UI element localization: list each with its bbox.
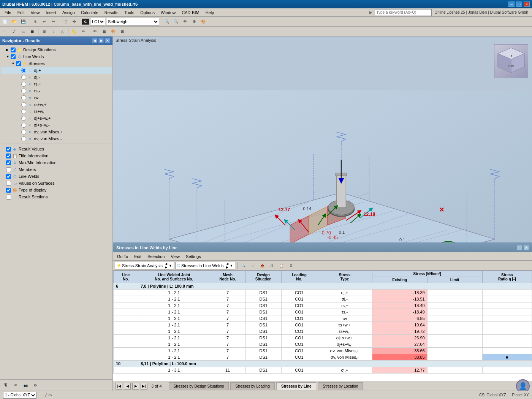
- table-row[interactable]: 1 - 2,1 7 DS1 CO1 σv, von Mises,+ 38.66: [114, 348, 532, 354]
- tree-tau-sw-plus[interactable]: ≈ τs+w,+: [1, 101, 112, 108]
- values-surfaces-checkbox[interactable]: [6, 181, 11, 186]
- results-menu-view[interactable]: View: [168, 253, 182, 260]
- type-display-checkbox[interactable]: [6, 188, 11, 193]
- tree-tau-w[interactable]: ≈ τw: [1, 94, 112, 101]
- line-welds-bottom-checkbox[interactable]: [6, 174, 11, 179]
- render-btn[interactable]: 🎨: [199, 17, 207, 26]
- tau-sw-minus-radio[interactable]: [21, 109, 26, 114]
- design-situations-checkbox[interactable]: [11, 48, 16, 52]
- tree-line-welds[interactable]: ▼ ⬡ Line Welds: [1, 53, 112, 60]
- stresses-checkbox[interactable]: [16, 61, 21, 66]
- results-menu-edit[interactable]: Edit: [132, 253, 144, 260]
- tree-tau-sw-minus[interactable]: ≈ τs+w,-: [1, 108, 112, 115]
- tree-sigma-j-plus[interactable]: ≈ σj,+: [1, 67, 112, 74]
- table-row[interactable]: 1 - 2,1 7 DS1 CO1 σv, von Mises,- 38.85 …: [114, 354, 532, 361]
- surface-btn[interactable]: ▭: [19, 27, 27, 36]
- sigma-vm-plus-radio[interactable]: [21, 130, 26, 135]
- menu-edit[interactable]: Edit: [14, 10, 28, 16]
- res-export-btn[interactable]: 📤: [258, 261, 267, 270]
- nav-expand-btn[interactable]: ▶: [98, 38, 104, 43]
- tree-type-of-display[interactable]: 🎨 Type of display: [1, 187, 112, 193]
- results-menu-goto[interactable]: Go To: [115, 253, 130, 260]
- measure-btn[interactable]: 📐: [70, 27, 78, 36]
- menu-calculate[interactable]: Calculate: [78, 10, 101, 16]
- page-last-btn[interactable]: ▶|: [141, 383, 147, 390]
- results-table[interactable]: LineNo. Line Welded JointNo. and Surface…: [113, 271, 532, 381]
- menu-insert[interactable]: Insert: [43, 10, 59, 16]
- tree-title-information[interactable]: 📋 Title Information: [1, 152, 112, 159]
- table-group-row-6[interactable]: 6 7,8 | Polyline | L: 100.0 mm: [114, 283, 532, 290]
- res-settings-btn[interactable]: ⚙: [287, 261, 295, 270]
- sigma-jsw-plus-radio[interactable]: [21, 116, 26, 121]
- res-print-btn[interactable]: 🖨: [268, 261, 276, 270]
- menu-view[interactable]: View: [28, 10, 43, 16]
- tab-stresses-location[interactable]: Stresses by Location: [318, 382, 363, 390]
- sigma-vm-minus-radio[interactable]: [21, 136, 26, 141]
- nav-camera-btn[interactable]: 📷: [21, 381, 30, 390]
- node-btn[interactable]: ·: [1, 27, 9, 36]
- menu-results[interactable]: Results: [101, 10, 122, 16]
- tab-stresses-line[interactable]: Stresses by Line: [276, 382, 316, 390]
- res-copy-btn[interactable]: 📋: [277, 261, 286, 270]
- page-next-btn[interactable]: ▶: [132, 383, 139, 390]
- table-row[interactable]: 1 - 2,1 7 DS1 CO1 σj,- -18.51: [114, 296, 532, 302]
- tree-sigma-vm-minus[interactable]: ≈ σv, von Mises,-: [1, 135, 112, 142]
- res-sort-btn[interactable]: ↕: [249, 261, 257, 270]
- move-btn[interactable]: ✜: [70, 17, 78, 26]
- tree-sigma-j-minus[interactable]: ≈ σj,-: [1, 74, 112, 81]
- line-welds-combo[interactable]: ⬡ Stresses in Line Welds ◀ ▶ ▼: [175, 262, 235, 269]
- title-information-checkbox[interactable]: [6, 154, 11, 158]
- nav-close-btn[interactable]: ✕: [105, 38, 110, 43]
- nav-view-btn[interactable]: 👁: [11, 381, 20, 390]
- tree-tau-s-plus[interactable]: ≈ τs,+: [1, 81, 112, 87]
- tab-stresses-loading[interactable]: Stresses by Loading: [230, 382, 275, 390]
- zoom-out-btn[interactable]: 🔍: [172, 17, 180, 26]
- color-btn[interactable]: 🎨: [109, 27, 117, 36]
- keyword-search-input[interactable]: [375, 9, 432, 16]
- table-row[interactable]: 1 - 2,1 7 DS1 CO1 σj+s+w,- 27.04: [114, 341, 532, 348]
- load-case-name-selector[interactable]: Self-weight: [106, 18, 159, 25]
- tree-sigma-jsw-minus[interactable]: ≈ σj+s+w,-: [1, 122, 112, 128]
- result-values-checkbox[interactable]: [6, 147, 11, 152]
- results-menu-selection[interactable]: Selection: [145, 253, 167, 260]
- coord-system-selector[interactable]: 1 - Global XYZ: [3, 392, 36, 399]
- nav-model-btn[interactable]: 🏗: [2, 381, 10, 390]
- nav-collapse-btn[interactable]: ◀: [92, 38, 97, 43]
- menu-window[interactable]: Window: [158, 10, 179, 16]
- combo2-next-btn[interactable]: ▶: [226, 266, 228, 269]
- tree-result-sections[interactable]: ⊣ Result Sections: [1, 193, 112, 200]
- results-menu-settings[interactable]: Settings: [184, 253, 203, 260]
- combo-prev-btn[interactable]: ◀: [165, 262, 167, 266]
- display-btn[interactable]: 👁: [91, 27, 99, 36]
- menu-options[interactable]: Options: [137, 10, 158, 16]
- minimize-button[interactable]: ─: [508, 2, 515, 7]
- annotate-btn[interactable]: ✏: [79, 27, 87, 36]
- res-filter-btn[interactable]: 🔍: [239, 261, 248, 270]
- tree-design-situations[interactable]: ▶ 📁 Design Situations: [1, 46, 112, 53]
- table-row[interactable]: 1 - 3,1 11 DS1 CO1 σj,+ 12.77: [114, 367, 532, 374]
- solid-btn[interactable]: ◼: [28, 27, 36, 36]
- tab-stresses-design-situations[interactable]: Stresses by Design Situations: [169, 382, 229, 390]
- results-minimize-btn[interactable]: ─: [517, 245, 522, 250]
- members-checkbox[interactable]: [6, 167, 11, 172]
- settings-btn[interactable]: ⚙: [190, 17, 198, 26]
- maxmin-checkbox[interactable]: [6, 160, 11, 165]
- line-welds-checkbox[interactable]: [11, 54, 16, 59]
- tree-maxmin-information[interactable]: ⇕ Max/Min Information: [1, 159, 112, 166]
- combo-next-btn[interactable]: ▶: [165, 266, 167, 269]
- tau-s-plus-radio[interactable]: [21, 82, 26, 87]
- stress-analysis-combo[interactable]: ⚡ Stress-Strain Analysis ◀ ▶ ▼: [115, 262, 174, 269]
- menu-cadbim[interactable]: CAD-BIM: [179, 10, 202, 16]
- tree-line-welds-bottom[interactable]: ⬡ Line Welds: [1, 173, 112, 180]
- tree-sigma-vm-plus[interactable]: ≈ σv, von Mises,+: [1, 128, 112, 135]
- restore-button[interactable]: ▭: [516, 2, 522, 7]
- table-row[interactable]: 1 - 2,1 7 DS1 CO1 τs,+ -18.40: [114, 302, 532, 309]
- select-btn[interactable]: ⬚: [61, 17, 69, 26]
- print-btn[interactable]: 🖨: [31, 17, 39, 26]
- table-row[interactable]: 1 - 2,1 7 DS1 CO1 τw -6.85: [114, 315, 532, 322]
- tree-members[interactable]: ╱ Members: [1, 166, 112, 173]
- result-sections-checkbox[interactable]: [6, 195, 11, 200]
- close-button[interactable]: ✕: [524, 2, 530, 7]
- constraint-btn[interactable]: ⊞: [40, 27, 48, 36]
- sigma-j-minus-radio[interactable]: [21, 75, 26, 80]
